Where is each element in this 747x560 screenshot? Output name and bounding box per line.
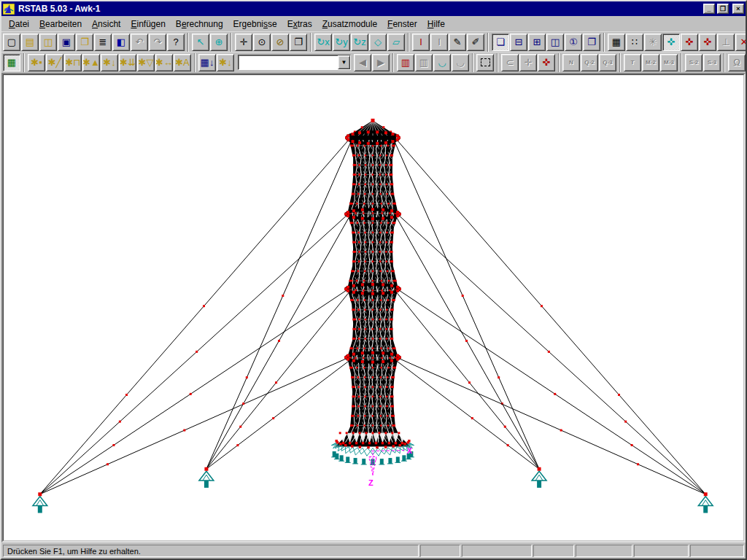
show-member-loads-button[interactable]: ▥ [397,54,414,71]
open-file-button[interactable]: ▤ [21,34,39,51]
menu-zusatzmodule[interactable]: Zusatzmodule [317,17,382,31]
result-t-button: T [624,54,641,71]
insert-set-of-members-button[interactable]: ✱⊓ [64,54,82,71]
generate-loads-button[interactable]: ✱↓ [217,54,234,71]
isometric-view-button[interactable]: ◇ [369,34,387,51]
zoom-in-button[interactable]: ⊙ [253,34,271,51]
toolbar-separator [495,53,501,72]
menu-ansicht[interactable]: Ansicht [87,17,125,31]
toolbar-separator [601,33,608,52]
show-table-button[interactable]: ▦ [608,34,625,51]
pan-icon: ✛ [240,37,248,47]
result-s3-icon: S-3 [708,60,716,66]
insert-nodal-load-button[interactable]: ✱↓ [101,54,118,71]
insert-member-icon: ✱╱ [48,58,62,67]
show-generated-loads-button: ▥ [415,54,433,71]
window-tile-vertical-button[interactable]: ⊞ [528,34,546,51]
pan-button[interactable]: ✛ [235,34,252,51]
window-new-button[interactable]: ❐ [583,34,600,51]
insert-node-button[interactable]: ✱▪ [28,54,45,71]
restore-button[interactable]: ❐ [717,4,729,14]
save-button[interactable]: ▣ [58,34,75,51]
toolbar-separator [192,53,198,72]
menu-berechnung[interactable]: Berechnung [171,17,228,31]
window-tile-horizontal-button[interactable]: ⊟ [510,34,527,51]
load-case-value[interactable] [239,55,338,69]
zoom-out-button[interactable]: ⊘ [271,34,289,51]
insert-node-icon: ✱▪ [31,58,42,67]
copy-picture-button[interactable]: ❐ [76,34,93,51]
render-sections-button[interactable]: I [412,34,430,51]
load-case-table-button[interactable]: ▦↓ [198,54,216,71]
window-layout-button[interactable]: ◫ [546,34,564,51]
rotate-y-button[interactable]: ↻y [333,34,350,51]
view-in-plane-button[interactable]: ▱ [387,34,405,51]
insert-comment-icon: ✱A [175,58,190,67]
menu-datei[interactable]: Datei [4,17,34,31]
status-panel-5 [634,545,689,557]
window-single-button[interactable]: ① [565,34,582,51]
menu-einfgen[interactable]: Einfügen [125,17,170,31]
show-node-axes-icon: ✜ [704,37,712,47]
insert-member-button[interactable]: ✱╱ [46,54,63,71]
close-button[interactable]: × [732,4,744,14]
show-deformation-button[interactable]: ◡ [433,54,451,71]
combobox-dropdown-icon[interactable]: ▼ [338,55,350,69]
show-global-axes-button[interactable]: ✜ [662,34,680,51]
toolbar-separator [185,33,192,52]
show-member-axes-icon: ✜ [686,37,694,47]
result-n-button: N [562,54,580,71]
menu-bearbeiten[interactable]: Bearbeiten [34,17,87,31]
select-add-button[interactable]: ⊕ [210,34,228,51]
select-window-icon [481,58,490,66]
show-nodes-button[interactable]: ✕ [735,34,747,51]
insert-imperfection-icon: ✱↔ [155,58,173,67]
toolbar-separator [678,53,685,72]
insert-comment-button[interactable]: ✱A [174,54,191,71]
show-node-axes-button[interactable]: ✜ [699,34,716,51]
menu-hilfe[interactable]: Hilfe [422,17,450,31]
insert-member-load-button[interactable]: ✱⇊ [119,54,136,71]
previous-load-case-icon: ◀ [359,58,366,67]
title-bar[interactable]: RSTAB 5.03 - Awk-1 _ ❐ × [1,1,746,16]
regenerate-model-button[interactable]: ✜ [538,54,555,71]
print-button[interactable]: ≣ [94,34,112,51]
result-q3-icon: Q-3 [603,60,612,66]
insert-support-icon: ✱▲ [82,58,100,67]
insert-support-button[interactable]: ✱▲ [82,54,100,71]
design-check-icon: Ω [733,58,740,67]
manual-book-button[interactable]: ◧ [112,34,130,51]
edit-pencil-button[interactable]: ✎ [449,34,466,51]
show-result-diagrams-icon: ◡ [456,58,464,67]
previous-view-button[interactable]: ❐ [290,34,307,51]
edit-info-button[interactable]: ✐ [467,34,484,51]
insert-trapezoidal-load-button[interactable]: ✱▽ [137,54,155,71]
generate-loads-icon: ✱↓ [219,58,231,67]
load-case-combobox[interactable]: ▼ [238,55,351,70]
menu-ergebnisse[interactable]: Ergebnisse [228,17,282,31]
insert-imperfection-button[interactable]: ✱↔ [155,54,173,71]
isometric-view-icon: ◇ [374,37,382,47]
model-canvas[interactable]: XZ [3,74,744,541]
window-cascade-button[interactable]: ❏ [492,34,509,51]
print-icon: ≣ [99,37,107,47]
menu-fenster[interactable]: Fenster [382,17,422,31]
help-button[interactable]: ? [167,34,185,51]
menu-extras[interactable]: Extras [282,17,317,31]
new-file-button[interactable]: ▢ [3,34,20,51]
rotate-x-button[interactable]: ↻x [314,34,332,51]
minimize-button[interactable]: _ [703,4,715,14]
show-member-axes-button[interactable]: ✜ [681,34,698,51]
rotate-z-button[interactable]: ↻z [351,34,368,51]
show-table-icon: ▦ [612,37,621,47]
toolbar-separator [721,53,728,72]
select-pointer-button[interactable]: ↖ [192,34,209,51]
window-tile-horizontal-icon: ⊟ [515,37,523,47]
show-grid-points-button[interactable]: ∷ [626,34,643,51]
rstab-window: { "window": { "title": "RSTAB 5.03 - Awk… [0,0,747,560]
control-panel-button[interactable]: ▦ [3,54,20,71]
regenerate-model-icon: ✜ [543,58,551,67]
result-q2-icon: Q-2 [584,60,594,66]
select-window-button[interactable] [476,54,494,71]
project-manager-button[interactable]: ◫ [39,34,57,51]
